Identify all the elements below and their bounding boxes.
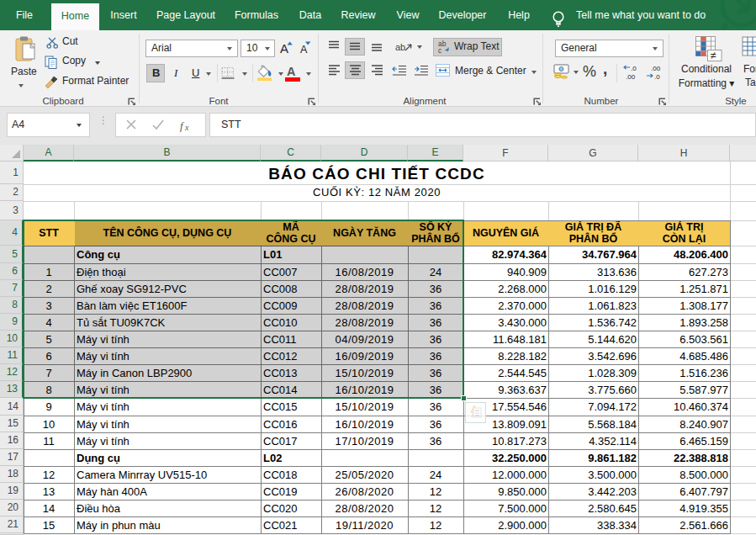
svg-text:≠: ≠: [711, 50, 716, 61]
svg-text:.00: .00: [651, 65, 661, 72]
svg-text:.0: .0: [631, 65, 637, 72]
svg-text:.00: .00: [626, 73, 636, 81]
svg-text:.0: .0: [654, 73, 660, 81]
svg-text:A: A: [280, 41, 288, 56]
svg-text:A: A: [300, 44, 308, 56]
svg-text:ab: ab: [395, 42, 405, 52]
svg-text:x: x: [184, 123, 189, 132]
